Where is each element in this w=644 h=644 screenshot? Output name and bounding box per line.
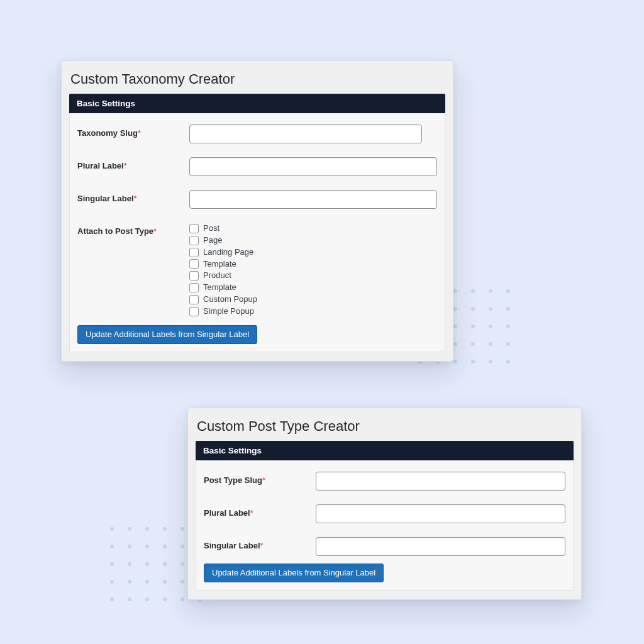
option-template-2[interactable]: Template	[189, 282, 437, 294]
option-label: Custom Popup	[203, 294, 257, 306]
row-singular-label: Singular Label*	[77, 190, 437, 209]
checkbox[interactable]	[189, 295, 199, 304]
option-label: Landing Page	[203, 247, 253, 258]
checkbox[interactable]	[189, 248, 199, 257]
option-label: Template	[203, 258, 236, 270]
label-text: Plural Label	[77, 161, 124, 170]
section-body: Taxonomy Slug* Plural Label* Singular La…	[69, 113, 445, 352]
row-taxonomy-slug: Taxonomy Slug*	[77, 125, 437, 143]
required-asterisk: *	[153, 226, 157, 236]
required-asterisk: *	[138, 128, 141, 138]
card-title: Custom Taxonomy Creator	[69, 69, 445, 94]
label-text: Taxonomy Slug	[77, 128, 138, 138]
taxonomy-creator-card: Custom Taxonomy Creator Basic Settings T…	[61, 60, 453, 362]
option-product[interactable]: Product	[189, 270, 437, 282]
checkbox[interactable]	[189, 283, 199, 292]
label-plural: Plural Label*	[77, 157, 189, 170]
update-labels-button[interactable]: Update Additional Labels from Singular L…	[77, 325, 257, 344]
post-type-creator-card: Custom Post Type Creator Basic Settings …	[187, 408, 582, 600]
label-attach-post-type: Attach to Post Type*	[77, 223, 189, 236]
row-attach-post-type: Attach to Post Type* Post Page Landing P…	[77, 223, 437, 318]
label-text: Post Type Slug	[204, 475, 262, 485]
required-asterisk: *	[262, 475, 265, 485]
required-asterisk: *	[250, 508, 253, 518]
row-plural-label: Plural Label*	[77, 157, 437, 176]
label-taxonomy-slug: Taxonomy Slug*	[77, 125, 189, 138]
checkbox[interactable]	[189, 271, 199, 280]
taxonomy-slug-input[interactable]	[189, 125, 422, 143]
label-plural: Plural Label*	[204, 504, 316, 518]
label-post-type-slug: Post Type Slug*	[204, 472, 316, 485]
update-labels-button[interactable]: Update Additional Labels from Singular L…	[204, 564, 384, 582]
option-simple-popup[interactable]: Simple Popup	[189, 306, 437, 318]
label-text: Plural Label	[204, 508, 250, 518]
option-post[interactable]: Post	[189, 223, 437, 235]
card-title: Custom Post Type Creator	[196, 416, 574, 441]
row-post-type-slug: Post Type Slug*	[204, 472, 565, 491]
option-template[interactable]: Template	[189, 258, 437, 270]
option-page[interactable]: Page	[189, 235, 437, 247]
required-asterisk: *	[124, 161, 127, 170]
label-text: Singular Label	[77, 194, 134, 203]
option-label: Simple Popup	[203, 306, 254, 318]
label-text: Attach to Post Type	[77, 226, 153, 236]
checkbox[interactable]	[189, 236, 199, 245]
option-custom-popup[interactable]: Custom Popup	[189, 294, 437, 306]
required-asterisk: *	[134, 194, 137, 203]
checkbox[interactable]	[189, 224, 199, 233]
option-label: Template	[203, 282, 236, 294]
option-landing-page[interactable]: Landing Page	[189, 247, 437, 258]
section-body: Post Type Slug* Plural Label* Singular L…	[196, 460, 574, 591]
checkbox[interactable]	[189, 259, 199, 269]
row-singular-label: Singular Label*	[204, 537, 565, 556]
required-asterisk: *	[260, 541, 264, 550]
checkbox[interactable]	[189, 307, 199, 316]
row-plural-label: Plural Label*	[204, 504, 565, 523]
singular-label-input[interactable]	[316, 537, 565, 556]
plural-label-input[interactable]	[189, 157, 437, 176]
option-label: Product	[203, 270, 231, 282]
section-header: Basic Settings	[69, 94, 445, 113]
option-label: Post	[203, 223, 219, 235]
post-type-options: Post Page Landing Page Template Product …	[189, 223, 437, 318]
option-label: Page	[203, 235, 222, 247]
label-singular: Singular Label*	[77, 190, 189, 203]
post-type-slug-input[interactable]	[316, 472, 565, 491]
singular-label-input[interactable]	[189, 190, 437, 209]
section-header: Basic Settings	[196, 441, 574, 460]
label-singular: Singular Label*	[204, 537, 316, 550]
plural-label-input[interactable]	[316, 504, 565, 523]
label-text: Singular Label	[204, 541, 260, 550]
